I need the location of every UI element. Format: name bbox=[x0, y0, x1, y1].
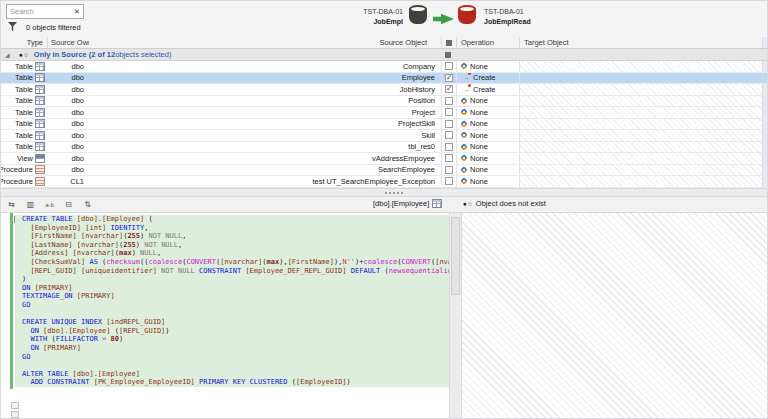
source-database-icon bbox=[409, 8, 427, 24]
type-icon bbox=[35, 96, 45, 105]
search-box[interactable]: ✕ bbox=[6, 4, 84, 19]
table-row[interactable]: Table dbo Position None bbox=[1, 96, 768, 108]
row-checkbox[interactable] bbox=[445, 120, 453, 128]
target-object-cell bbox=[519, 84, 762, 95]
column-header-source-object[interactable]: Source Object bbox=[89, 37, 441, 48]
table-row[interactable]: Procedure dbo SearchEmployee None bbox=[1, 165, 768, 177]
group-row-only-in-source[interactable]: ◢ ●○ Only in Source (2 of 12 objects sel… bbox=[1, 49, 768, 61]
sort-icon[interactable]: ⇅ bbox=[81, 198, 94, 211]
source-object-cell: ProjectSkill bbox=[89, 119, 441, 130]
type-icon bbox=[35, 85, 45, 94]
row-checkbox[interactable] bbox=[445, 108, 453, 116]
script-vertical-scrollbar[interactable] bbox=[449, 213, 462, 419]
row-checkbox[interactable] bbox=[445, 154, 453, 162]
row-checkbox[interactable] bbox=[445, 85, 453, 93]
source-object-cell: vAddressEmpoyee bbox=[89, 153, 441, 164]
scrollbar-thumb[interactable] bbox=[451, 217, 460, 295]
operation-cell[interactable]: None bbox=[456, 176, 519, 187]
next-difference-button[interactable] bbox=[11, 411, 19, 418]
row-checkbox[interactable] bbox=[445, 97, 453, 105]
table-row[interactable]: View dbo vAddressEmpoyee None bbox=[1, 153, 768, 165]
operation-cell[interactable]: None bbox=[456, 153, 519, 164]
table-row[interactable]: Table dbo Company None bbox=[1, 61, 768, 73]
operation-icon bbox=[460, 154, 468, 162]
type-label: View bbox=[17, 154, 33, 163]
source-owner-cell: dbo bbox=[47, 61, 89, 72]
source-owner-cell: dbo bbox=[47, 84, 89, 95]
operation-label: None bbox=[470, 142, 488, 151]
operation-cell[interactable]: Create bbox=[456, 73, 519, 84]
operation-cell[interactable]: None bbox=[456, 61, 519, 72]
word-compare-icon[interactable]: a·b bbox=[43, 198, 56, 211]
source-object-cell: Company bbox=[89, 61, 441, 72]
source-database: JobEmpl bbox=[331, 17, 403, 27]
operation-cell[interactable]: None bbox=[456, 142, 519, 153]
target-database-icon bbox=[458, 8, 476, 24]
row-checkbox[interactable] bbox=[445, 143, 453, 151]
grid-scrollbar-track[interactable] bbox=[762, 142, 768, 153]
table-row[interactable]: Table dbo Project None bbox=[1, 107, 768, 119]
operation-icon bbox=[460, 143, 468, 151]
type-icon bbox=[35, 177, 45, 186]
row-checkbox[interactable] bbox=[445, 74, 453, 82]
group-expander-icon[interactable]: ◢ bbox=[5, 51, 13, 58]
operation-cell[interactable]: None bbox=[456, 107, 519, 118]
grid-scrollbar-track[interactable] bbox=[762, 96, 768, 107]
pane-splitter[interactable] bbox=[1, 188, 768, 197]
column-header-type[interactable]: Type bbox=[1, 37, 47, 48]
select-all-checkbox-icon[interactable] bbox=[446, 40, 452, 46]
table-row[interactable]: Table dbo Employee Create bbox=[1, 73, 768, 85]
operation-icon bbox=[461, 73, 470, 82]
grid-scrollbar-track[interactable] bbox=[762, 176, 768, 187]
operation-icon bbox=[461, 85, 470, 94]
operation-cell[interactable]: Create bbox=[456, 84, 519, 95]
source-owner-cell: dbo bbox=[47, 153, 89, 164]
filter-icon[interactable] bbox=[8, 22, 17, 32]
table-row[interactable]: Table dbo ProjectSkill None bbox=[1, 119, 768, 131]
grid-scrollbar-track[interactable] bbox=[762, 119, 768, 130]
operation-cell[interactable]: None bbox=[456, 96, 519, 107]
column-header-target-object[interactable]: Target Object bbox=[519, 37, 762, 48]
column-header-operation[interactable]: Operation bbox=[456, 37, 519, 48]
margin-box-icon[interactable]: ▥ bbox=[24, 198, 37, 211]
grid-scrollbar-track[interactable] bbox=[762, 153, 768, 164]
operation-cell[interactable]: None bbox=[456, 119, 519, 130]
table-row[interactable]: Procedure CL1 test UT_SearchEmployee_Exc… bbox=[1, 176, 768, 188]
change-indicator-bar bbox=[10, 213, 13, 389]
swap-panels-icon[interactable]: ⇆ bbox=[5, 198, 18, 211]
column-header-select-all[interactable] bbox=[441, 37, 456, 48]
grid-scrollbar-track[interactable] bbox=[762, 165, 768, 176]
grid-scrollbar-track[interactable] bbox=[762, 130, 768, 141]
grid-scrollbar-track[interactable] bbox=[762, 61, 768, 72]
source-owner-cell: dbo bbox=[47, 107, 89, 118]
grid-scrollbar-track[interactable] bbox=[762, 73, 768, 84]
table-row[interactable]: Table dbo tbl_res0 None bbox=[1, 142, 768, 154]
row-checkbox[interactable] bbox=[445, 131, 453, 139]
save-script-icon[interactable]: ⊟ bbox=[62, 198, 75, 211]
source-object-cell: Position bbox=[89, 96, 441, 107]
row-checkbox[interactable] bbox=[445, 177, 453, 185]
table-icon bbox=[432, 199, 442, 208]
grid-scrollbar-track[interactable] bbox=[762, 84, 768, 95]
clear-search-icon[interactable]: ✕ bbox=[71, 8, 83, 16]
sql-editor-lines: CREATE TABLE [dbo].[Employee] ( [Employe… bbox=[15, 215, 449, 387]
column-header-source-owner[interactable]: Source Owner bbox=[47, 37, 89, 48]
table-row[interactable]: Table dbo Skill None bbox=[1, 130, 768, 142]
search-input[interactable] bbox=[7, 7, 71, 16]
grid-scrollbar-track[interactable] bbox=[762, 107, 768, 118]
row-checkbox[interactable] bbox=[445, 166, 453, 174]
current-object-name: [dbo].[Employee] bbox=[373, 199, 429, 208]
source-owner-cell: dbo bbox=[47, 119, 89, 130]
source-script-pane[interactable]: - CREATE TABLE [dbo].[Employee] ( [Emplo… bbox=[1, 213, 449, 419]
operation-cell[interactable]: None bbox=[456, 130, 519, 141]
group-checkbox-icon[interactable] bbox=[445, 52, 451, 58]
row-checkbox[interactable] bbox=[445, 62, 453, 70]
type-icon bbox=[35, 119, 45, 128]
operation-cell[interactable]: None bbox=[456, 165, 519, 176]
prev-difference-button[interactable] bbox=[11, 402, 19, 409]
target-database: JobEmplRead bbox=[484, 17, 574, 27]
operation-label: Create bbox=[473, 85, 496, 94]
table-row[interactable]: Table dbo JobHistory Create bbox=[1, 84, 768, 96]
grid-scrollbar[interactable] bbox=[762, 37, 768, 48]
target-server: TST-DBA-01 bbox=[484, 7, 574, 17]
